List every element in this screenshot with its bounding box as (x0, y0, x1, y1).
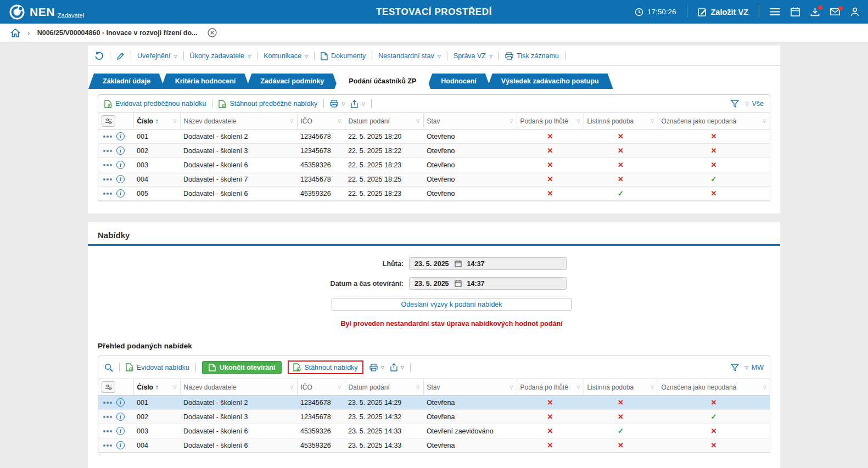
calendar-icon[interactable] (791, 7, 800, 16)
time-value[interactable]: 14:37 (467, 280, 485, 287)
print-button[interactable]: ▽ (369, 364, 384, 371)
column-header-label[interactable]: Číslo (137, 384, 153, 391)
column-header-label[interactable]: IČO (301, 117, 312, 125)
table-row[interactable]: i001Dodavatel - školení 21234567823. 5. … (98, 396, 770, 410)
column-filter-icon[interactable]: ▽ (290, 385, 293, 390)
stahnout-nabidky-button[interactable]: Stáhnout nabídky (288, 360, 363, 374)
column-settings-icon[interactable] (102, 115, 115, 127)
info-icon[interactable]: i (116, 413, 125, 421)
row-menu-icon[interactable] (103, 164, 112, 166)
column-header-label[interactable]: Stav (427, 384, 440, 391)
toolbar-item-nestandardni-stav[interactable]: Nestandardní stav▽ (378, 52, 441, 60)
column-header-label[interactable]: Název dodavatele (184, 117, 237, 125)
column-filter-icon[interactable]: ▽ (173, 385, 176, 390)
breadcrumb-item[interactable]: N006/25/V00004860 - Inovace v rozvoji ří… (37, 29, 198, 37)
column-header-label[interactable]: Listinná podoba (587, 117, 634, 125)
row-menu-icon[interactable] (103, 150, 112, 152)
column-header-label[interactable]: Podaná po lhůtě (520, 117, 568, 125)
column-filter-icon[interactable]: ▽ (509, 385, 513, 390)
row-menu-icon[interactable] (103, 136, 112, 138)
mail-icon[interactable] (830, 8, 840, 15)
column-filter-icon[interactable]: ▽ (509, 119, 513, 123)
calendar-icon[interactable] (455, 260, 462, 267)
date-value[interactable]: 23. 5. 2025 (415, 280, 449, 287)
row-menu-icon[interactable] (103, 402, 112, 404)
toolbar-item-ukony-zadavatele[interactable]: Úkony zadavatele▽ (190, 52, 251, 60)
create-vz-button[interactable]: Založit VZ (698, 7, 748, 16)
export-button[interactable]: ▽ (351, 100, 365, 108)
toolbar-item-sprava-vz[interactable]: Správa VZ▽ (453, 52, 492, 60)
toolbar-item-komunikace[interactable]: Komunikace▽ (264, 52, 308, 60)
info-icon[interactable]: i (116, 441, 125, 449)
column-header-label[interactable]: Stav (427, 117, 440, 125)
column-filter-icon[interactable]: ▽ (576, 385, 580, 390)
menu-icon[interactable] (770, 8, 780, 16)
edit-record-icon[interactable] (116, 52, 125, 60)
view-selector[interactable]: ▽Vše (745, 100, 764, 108)
toolbar-item-uverejneni[interactable]: Uveřejnění▽ (137, 52, 177, 60)
ukoncit-oteviranai-button[interactable]: Ukončit otevírání (202, 361, 282, 374)
preview-icon[interactable] (104, 363, 113, 372)
table-row[interactable]: i001Dodavatel - školení 21234567822. 5. … (98, 129, 770, 144)
column-header-label[interactable]: Datum podání (349, 117, 390, 125)
home-icon[interactable] (10, 29, 20, 37)
column-filter-icon[interactable]: ▽ (173, 119, 176, 123)
close-record-icon[interactable] (208, 28, 217, 37)
info-icon[interactable]: i (116, 161, 125, 169)
row-menu-icon[interactable] (103, 430, 112, 432)
tab-zakladni-udaje[interactable]: Základní údaje (88, 74, 165, 89)
column-header-label[interactable]: Označena jako nepodaná (662, 117, 737, 125)
row-menu-icon[interactable] (103, 416, 112, 418)
tab-zadavaci-podminky[interactable]: Zadávací podmínky (246, 74, 338, 89)
column-filter-icon[interactable]: ▽ (416, 385, 419, 390)
export-button[interactable]: ▽ (390, 363, 404, 371)
print-button[interactable]: ▽ (330, 100, 345, 108)
send-invitation-button[interactable]: Odeslání výzvy k podání nabídek (332, 298, 572, 311)
table-row[interactable]: i003Dodavatel - školení 64535932622. 5. … (98, 158, 770, 172)
evidovat-nabidku-button[interactable]: Evidovat nabídku (126, 363, 189, 371)
row-menu-icon[interactable] (103, 193, 112, 195)
column-header-label[interactable]: Číslo (137, 117, 153, 125)
column-filter-icon[interactable]: ▽ (763, 385, 766, 390)
column-header-label[interactable]: Označena jako nepodaná (662, 384, 737, 391)
column-header-label[interactable]: IČO (301, 384, 312, 391)
info-icon[interactable]: i (116, 427, 125, 435)
time-value[interactable]: 14:37 (467, 260, 485, 268)
filter-icon[interactable] (731, 364, 739, 371)
lhuta-datetime-field[interactable]: 23. 5. 2025 14:37 (409, 257, 567, 270)
view-selector[interactable]: ▽MW (745, 364, 764, 371)
evidovat-predbeznou-nabidku-button[interactable]: Evidovat předběžnou nabídku (104, 100, 206, 108)
table-row[interactable]: i002Dodavatel - školení 31234567822. 5. … (98, 144, 770, 158)
info-icon[interactable]: i (116, 175, 125, 183)
row-menu-icon[interactable] (103, 444, 112, 447)
calendar-icon[interactable] (455, 280, 462, 287)
nen-logo[interactable]: NEN Zadavatel (9, 4, 84, 20)
column-filter-icon[interactable]: ▽ (651, 119, 654, 123)
column-filter-icon[interactable]: ▽ (416, 119, 419, 123)
column-header-label[interactable]: Listinná podoba (587, 384, 634, 391)
column-filter-icon[interactable]: ▽ (651, 385, 654, 390)
info-icon[interactable]: i (116, 146, 125, 155)
date-value[interactable]: 23. 5. 2025 (415, 260, 449, 268)
column-filter-icon[interactable]: ▽ (763, 119, 766, 123)
tab-vysledek-zadavaciho-postupu[interactable]: Výsledek zadávacího postupu (487, 74, 613, 89)
info-icon[interactable]: i (116, 398, 125, 407)
column-filter-icon[interactable]: ▽ (338, 385, 341, 390)
table-row[interactable]: i004Dodavatel - školení 64535932623. 5. … (98, 438, 770, 453)
stahnout-predbezne-nabidky-button[interactable]: Stáhnout předběžné nabídky (219, 100, 317, 108)
row-menu-icon[interactable] (103, 178, 112, 181)
column-filter-icon[interactable]: ▽ (338, 119, 341, 123)
column-header-label[interactable]: Název dodavatele (184, 384, 237, 391)
oteviranai-datetime-field[interactable]: 23. 5. 2025 14:37 (409, 277, 567, 290)
table-row[interactable]: i005Dodavatel - školení 64535932622. 5. … (98, 187, 770, 201)
column-filter-icon[interactable]: ▽ (576, 119, 580, 123)
table-row[interactable]: i002Dodavatel - školení 31234567823. 5. … (98, 410, 770, 424)
toolbar-item-dokumenty[interactable]: Dokumenty (321, 52, 366, 60)
tab-kriteria-hodnoceni[interactable]: Kritéria hodnocení (161, 74, 250, 89)
info-icon[interactable]: i (116, 189, 125, 198)
column-header-label[interactable]: Podaná po lhůtě (520, 384, 568, 391)
history-icon[interactable] (94, 52, 104, 60)
column-filter-icon[interactable]: ▽ (290, 119, 293, 123)
download-icon[interactable] (810, 8, 820, 16)
column-settings-icon[interactable] (102, 381, 115, 393)
